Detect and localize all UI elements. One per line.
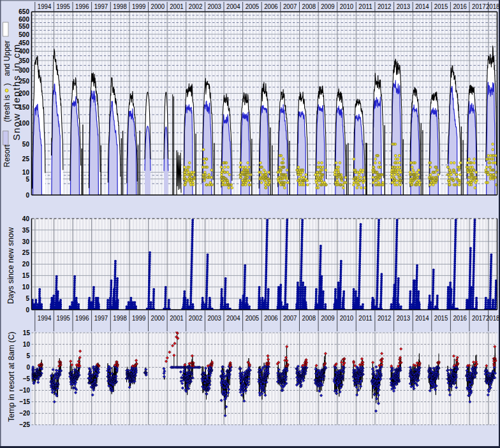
svg-text:2013: 2013 — [397, 314, 411, 322]
svg-text:2009: 2009 — [321, 3, 335, 10]
svg-text:0: 0 — [26, 306, 29, 314]
svg-text:15: 15 — [23, 329, 30, 336]
svg-text:2010: 2010 — [340, 3, 354, 10]
svg-text:2016: 2016 — [453, 314, 467, 322]
svg-text:1998: 1998 — [113, 314, 127, 322]
svg-text:2012: 2012 — [378, 3, 392, 10]
svg-text:−15: −15 — [19, 398, 30, 405]
svg-text:2008: 2008 — [302, 314, 316, 322]
svg-text:550: 550 — [18, 22, 29, 30]
svg-text:2017: 2017 — [472, 314, 486, 322]
svg-text:−5: −5 — [23, 375, 30, 382]
svg-text:1999: 1999 — [132, 3, 146, 10]
svg-text:1996: 1996 — [75, 314, 89, 322]
svg-text:50: 50 — [22, 140, 29, 148]
svg-text:2009: 2009 — [321, 314, 335, 322]
svg-text:20: 20 — [22, 260, 29, 268]
svg-text:1996: 1996 — [75, 3, 89, 10]
svg-text:1999: 1999 — [132, 314, 146, 322]
svg-text:2017: 2017 — [472, 3, 486, 10]
svg-text:0: 0 — [26, 363, 30, 371]
svg-text:(fresh is: (fresh is — [3, 95, 11, 122]
svg-text:2013: 2013 — [397, 3, 411, 10]
svg-text:2000: 2000 — [151, 3, 165, 10]
svg-text:2015: 2015 — [434, 3, 448, 10]
svg-text:2005: 2005 — [246, 3, 260, 10]
svg-text:1994: 1994 — [38, 314, 52, 322]
svg-text:2015: 2015 — [434, 314, 448, 322]
svg-text:2010: 2010 — [340, 314, 354, 322]
svg-text:2007: 2007 — [283, 3, 297, 10]
svg-text:2007: 2007 — [283, 314, 297, 322]
svg-text:40: 40 — [22, 215, 29, 222]
svg-text:2002: 2002 — [189, 314, 203, 322]
svg-text:2012: 2012 — [378, 314, 392, 322]
svg-text:2002: 2002 — [189, 3, 203, 10]
svg-text:25: 25 — [22, 155, 29, 163]
svg-text:5: 5 — [26, 175, 29, 183]
svg-text:5: 5 — [26, 294, 29, 302]
svg-text:1997: 1997 — [94, 3, 108, 10]
svg-text:500: 500 — [18, 31, 29, 38]
svg-text:2011: 2011 — [358, 3, 372, 10]
svg-text:15: 15 — [22, 271, 29, 279]
svg-text:−10: −10 — [19, 386, 30, 394]
svg-text:35: 35 — [22, 226, 29, 234]
svg-text:Days since new snow: Days since new snow — [6, 227, 15, 304]
svg-text:2014: 2014 — [415, 314, 429, 322]
svg-text:2003: 2003 — [207, 314, 221, 322]
svg-text:1997: 1997 — [94, 314, 108, 322]
svg-text:−25: −25 — [19, 421, 30, 428]
svg-text:2006: 2006 — [264, 3, 278, 10]
svg-text:10: 10 — [22, 283, 29, 291]
svg-text:650: 650 — [18, 8, 29, 15]
svg-text:2018: 2018 — [486, 3, 500, 10]
svg-text:1995: 1995 — [56, 3, 70, 10]
svg-text:Resort: Resort — [3, 144, 11, 167]
svg-text:25: 25 — [22, 249, 29, 256]
svg-text:1995: 1995 — [56, 314, 70, 322]
svg-text:0: 0 — [26, 191, 29, 199]
svg-text:Temp in resort at 8am (C): Temp in resort at 8am (C) — [7, 331, 16, 422]
svg-text:2018: 2018 — [486, 314, 500, 322]
svg-text:Snow depths in cm: Snow depths in cm — [11, 43, 22, 140]
svg-text:1998: 1998 — [113, 3, 127, 10]
svg-text:1994: 1994 — [38, 3, 52, 10]
svg-text:2008: 2008 — [302, 3, 316, 10]
svg-text:2016: 2016 — [453, 3, 467, 10]
svg-text:): ) — [3, 83, 11, 86]
svg-text:2001: 2001 — [170, 3, 184, 10]
svg-text:30: 30 — [22, 238, 29, 245]
svg-text:2003: 2003 — [207, 3, 221, 10]
svg-text:2006: 2006 — [264, 314, 278, 322]
svg-text:600: 600 — [18, 15, 29, 23]
svg-text:and Upper: and Upper — [3, 40, 11, 76]
svg-text:−20: −20 — [19, 409, 30, 417]
svg-text:2001: 2001 — [170, 314, 184, 322]
svg-text:2000: 2000 — [151, 314, 165, 322]
svg-text:2004: 2004 — [226, 3, 240, 10]
svg-text:5: 5 — [26, 352, 30, 359]
svg-text:2004: 2004 — [226, 314, 240, 322]
svg-text:2011: 2011 — [358, 314, 372, 322]
svg-text:10: 10 — [23, 340, 30, 348]
svg-text:2014: 2014 — [415, 3, 429, 10]
svg-text:2005: 2005 — [246, 314, 260, 322]
